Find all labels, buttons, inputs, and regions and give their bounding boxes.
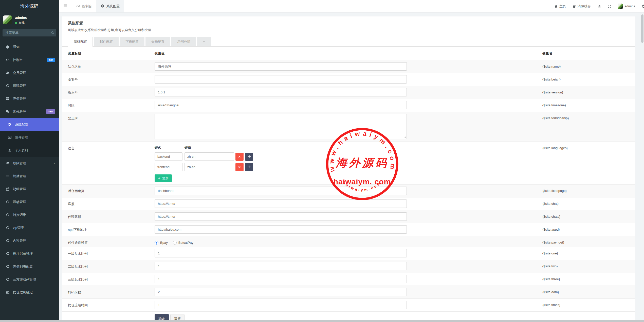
horizontal-scrollbar[interactable] — [0, 320, 644, 322]
document-button[interactable] — [597, 5, 601, 8]
customer-service-input[interactable] — [155, 199, 407, 208]
row-varname: {$site.one} — [542, 247, 635, 260]
table-row: 版本号{$site.version} — [62, 86, 635, 99]
tab-add-group[interactable]: + — [197, 37, 211, 46]
sidebar-item-label: 通知 — [13, 45, 20, 49]
icp-number-input[interactable] — [155, 75, 407, 84]
sidebar-item-recharge-list-config[interactable]: 充值列表配置 — [0, 260, 59, 273]
sidebar-item-third-party-games-management[interactable]: 三方游戏列管理 — [0, 273, 59, 286]
tachometer-icon — [76, 4, 80, 9]
radio-unchecked-icon[interactable] — [173, 241, 177, 245]
version-input[interactable] — [155, 88, 407, 96]
languages-value-input[interactable] — [185, 163, 234, 171]
sidebar-item-label: 活动管理 — [13, 200, 26, 204]
admin-app: 海外源码 admins 在线 通知控制台hot会员管理提现管理充值管理常规管理n… — [0, 0, 644, 322]
sidebar-item-label: 轮播管理 — [13, 174, 26, 178]
sidebar-item-profile[interactable]: 个人资料 — [0, 144, 59, 157]
sidebar-item-withdraw-info-binding[interactable]: 提现信息绑定 — [0, 286, 59, 299]
resize-handle[interactable] — [403, 136, 406, 138]
bet-multiplier-input[interactable] — [155, 288, 407, 296]
user-panel: admins 在线 — [0, 13, 59, 27]
sidebar-item-attachment-management[interactable]: 附件管理 — [0, 131, 59, 144]
level2-rebate-input[interactable] — [155, 262, 407, 270]
sidebar-item-label: 转换记录 — [13, 213, 26, 217]
tab-example-group[interactable]: 示例分组 — [171, 37, 196, 46]
settings-button[interactable] — [642, 4, 644, 8]
payment-channel-option-Bpay[interactable]: Bpay — [155, 241, 168, 245]
move-row-button[interactable] — [245, 153, 253, 161]
table-row: 客服{$site.chat} — [62, 197, 635, 210]
move-row-button[interactable] — [245, 163, 253, 171]
row-value — [155, 247, 542, 260]
sidebar-item-bet-records-management[interactable]: 投注记录管理 — [0, 247, 59, 260]
agent-customer-service-input[interactable] — [155, 212, 407, 221]
table-row: 代理客服{$site.chats} — [62, 210, 635, 223]
level1-rebate-input[interactable] — [155, 249, 407, 257]
tab-basic-config[interactable]: 基础配置 — [68, 37, 93, 47]
delete-row-button[interactable]: × — [235, 163, 244, 171]
delete-row-button[interactable]: × — [235, 153, 244, 161]
sidebar-item-conversion-records[interactable]: 转换记录 — [0, 208, 59, 221]
sidebar-item-carousel-management[interactable]: 轮播管理 — [0, 170, 59, 183]
sidebar-item-content-management[interactable]: 内容管理 — [0, 234, 59, 247]
row-label: 一级反水比例 — [62, 247, 155, 260]
row-value — [155, 299, 542, 311]
table-row: 二级反水比例{$site.two} — [62, 260, 635, 273]
sidebar-item-label: 系统配置 — [15, 122, 28, 127]
row-label: 客服 — [62, 197, 155, 210]
radio-checked-icon[interactable] — [155, 241, 158, 245]
sidebar-item-label: 明细管理 — [13, 187, 26, 191]
tab-dict-config[interactable]: 字典配置 — [120, 37, 144, 46]
sidebar-item-vip-management[interactable]: vip管理 — [0, 221, 59, 234]
languages-key-input[interactable] — [155, 152, 182, 161]
hamburger-button[interactable] — [59, 0, 72, 12]
topbar-tab-system-config[interactable]: 系统配置 — [96, 0, 124, 12]
append-button[interactable]: 追加 — [155, 174, 172, 182]
radio-label: Bpay — [160, 241, 168, 245]
kv-row: × — [155, 152, 542, 161]
level3-rebate-input[interactable] — [155, 275, 407, 283]
withdraw-freeze-time-input[interactable] — [155, 301, 407, 309]
forbidden-ip-textarea[interactable] — [155, 114, 407, 139]
row-value — [155, 73, 542, 86]
sidebar-item-activity-management[interactable]: 活动管理 — [0, 195, 59, 208]
circle-icon — [6, 251, 10, 256]
app-download-url-input[interactable] — [155, 225, 407, 234]
circle-icon — [6, 213, 10, 217]
sidebar-item-system-config[interactable]: 系统配置 — [0, 118, 59, 131]
vertical-scrollbar-thumb[interactable] — [641, 14, 643, 43]
sidebar-item-recharge-management[interactable]: 充值管理 — [0, 92, 59, 105]
languages-key-input[interactable] — [155, 163, 182, 171]
table-row: 代付通道设置BpayBetcatPay{$site.pay_get} — [62, 236, 635, 247]
payment-channel-option-BetcatPay[interactable]: BetcatPay — [173, 241, 193, 245]
home-button[interactable]: 主页 — [554, 4, 566, 9]
languages-value-input[interactable] — [185, 152, 234, 161]
row-varname: {$site.forbiddenip} — [542, 112, 635, 142]
row-label: 代理客服 — [62, 210, 155, 223]
bank-icon — [6, 290, 10, 294]
sidebar-item-dashboard[interactable]: 控制台hot — [0, 53, 59, 66]
col-header-value: 变量值 — [155, 51, 542, 56]
sidebar-item-general-management[interactable]: 常规管理new — [0, 105, 59, 118]
page-title: 系统配置 — [68, 21, 630, 26]
tab-member-config[interactable]: 会员配置 — [145, 37, 170, 46]
user-menu[interactable]: admins — [618, 4, 635, 9]
sidebar-item-member-management[interactable]: 会员管理 — [0, 66, 59, 79]
row-value — [155, 223, 542, 236]
sidebar-item-notifications[interactable]: 通知 — [0, 41, 59, 53]
fullscreen-button[interactable] — [608, 5, 611, 8]
search-icon[interactable] — [51, 31, 54, 35]
timezone-input[interactable] — [155, 101, 407, 109]
sidebar-item-detail-management[interactable]: 明细管理 — [0, 183, 59, 195]
plus-icon — [158, 177, 161, 180]
tab-mail-config[interactable]: 邮件配置 — [94, 37, 119, 46]
sidebar-item-withdraw-management[interactable]: 提现管理 — [0, 79, 59, 92]
search-input[interactable] — [3, 29, 56, 36]
site-name-input[interactable] — [155, 62, 407, 71]
move-icon — [248, 155, 251, 158]
clear-cache-button[interactable]: 清除缓存 — [573, 4, 591, 9]
sidebar-item-permission-management[interactable]: 权限管理‹ — [0, 157, 59, 170]
topbar-tab-console[interactable]: 控制台 — [72, 0, 96, 12]
fixed-page-input[interactable] — [155, 187, 407, 195]
circle-icon — [6, 84, 10, 88]
